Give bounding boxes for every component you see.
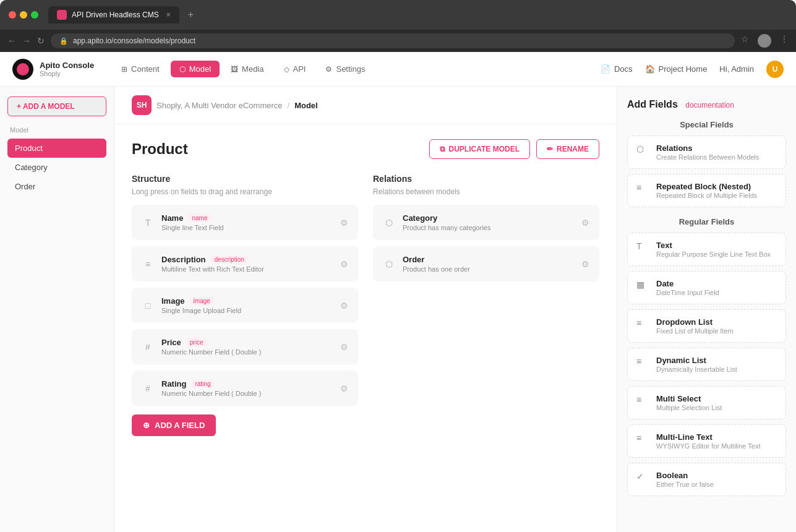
project-home-link[interactable]: 🏠 Project Home	[645, 64, 708, 74]
regular-fields-title: Regular Fields	[627, 217, 786, 226]
nav-tab-api[interactable]: ◇ API	[275, 61, 315, 77]
field-desc: Single Image Upload Field	[161, 307, 333, 314]
field-desc: Single line Text Field	[161, 224, 333, 231]
docs-label: Docs	[614, 64, 633, 74]
dynamic-list-option-icon: ≡	[636, 356, 650, 370]
boolean-option-icon: ✓	[636, 471, 650, 485]
relation-settings-icon[interactable]: ⚙	[581, 259, 589, 269]
two-column-layout: Structure Long press on fields to drag a…	[132, 174, 599, 436]
nav-model-label: Model	[189, 64, 211, 74]
forward-button[interactable]: →	[22, 36, 31, 46]
field-settings-icon[interactable]: ⚙	[340, 342, 348, 352]
structure-section: Structure Long press on fields to drag a…	[132, 174, 358, 436]
documentation-link[interactable]: documentation	[685, 101, 734, 109]
field-option-repeated-block[interactable]: ≡ Repeated Block (Nested) Repeated Block…	[627, 174, 786, 207]
user-avatar[interactable]: U	[766, 61, 784, 78]
plus-icon: ⊕	[143, 421, 150, 430]
add-field-button[interactable]: ⊕ ADD A FIELD	[132, 414, 216, 436]
field-option-dropdown[interactable]: ≡ Dropdown List Fixed List of Multiple I…	[627, 309, 786, 343]
nav-tab-model[interactable]: ⬡ Model	[171, 61, 220, 77]
bookmark-icon[interactable]: ☆	[741, 34, 749, 48]
field-info: Price price Numeric Number Field ( Doubl…	[161, 338, 333, 356]
sidebar-item-order[interactable]: Order	[7, 177, 106, 196]
field-option-relations[interactable]: ⬡ Relations Create Relations Between Mod…	[627, 135, 786, 169]
header-right: 📄 Docs 🏠 Project Home Hi, Admin U	[601, 61, 784, 78]
browser-actions: ☆ ⋮	[741, 34, 789, 48]
project-home-label: Project Home	[659, 64, 708, 74]
field-option-dynamic-list[interactable]: ≡ Dynamic List Dynamically Insertable Li…	[627, 348, 786, 381]
multiline-text-option-icon: ≡	[636, 433, 650, 447]
field-settings-icon[interactable]: ⚙	[340, 218, 348, 228]
sidebar-item-product[interactable]: Product	[7, 139, 106, 158]
relation-name: Order	[403, 255, 574, 264]
field-settings-icon[interactable]: ⚙	[340, 384, 348, 393]
relation-settings-icon[interactable]: ⚙	[581, 218, 589, 228]
back-button[interactable]: ←	[7, 36, 16, 46]
field-option-boolean[interactable]: ✓ Boolean Either True or false	[627, 463, 786, 496]
relation-icon: ⬡	[383, 218, 395, 228]
model-actions: ⧉ DUPLICATE MODEL ✏ RENAME	[429, 139, 599, 159]
breadcrumb-project: Shoply, A Multi Vendor eCommerce	[156, 101, 283, 110]
structure-heading: Structure	[132, 174, 358, 184]
fo-info: Dynamic List Dynamically Insertable List	[656, 356, 737, 373]
field-option-date[interactable]: ▦ Date DateTime Input Field	[627, 271, 786, 304]
logo-area: Apito Console Shoply	[12, 59, 94, 80]
special-fields-title: Special Fields	[627, 120, 786, 129]
ssl-lock-icon: 🔒	[59, 37, 68, 45]
fo-desc: Create Relations Between Models	[656, 153, 759, 161]
sidebar-section-label: Model	[7, 126, 106, 134]
right-panel: Add Fields documentation Special Fields …	[617, 87, 796, 532]
field-tag: description	[211, 255, 248, 264]
fo-desc: WYSIWYG Editor for Multiline Text	[656, 442, 761, 450]
nav-tab-media[interactable]: 🖼 Media	[222, 61, 272, 77]
field-desc: Multiline Text with Rich Text Editor	[161, 265, 333, 273]
fo-desc: Repeated Block of Multiple Fields	[656, 192, 757, 199]
fo-info: Text Regular Purpose Single Line Text Bo…	[656, 241, 771, 258]
nav-settings-label: Settings	[336, 64, 365, 74]
new-tab-button[interactable]: +	[188, 9, 194, 20]
fo-desc: Fixed List of Multiple Item	[656, 327, 734, 335]
field-settings-icon[interactable]: ⚙	[340, 301, 348, 311]
nav-tab-settings[interactable]: ⚙ Settings	[317, 61, 374, 77]
field-option-text[interactable]: T Text Regular Purpose Single Line Text …	[627, 233, 786, 266]
model-title-row: Product ⧉ DUPLICATE MODEL ✏ RENAME	[132, 139, 599, 159]
panel-title: Add Fields	[627, 99, 678, 109]
fo-name: Text	[656, 241, 771, 250]
sidebar-item-category[interactable]: Category	[7, 158, 106, 177]
fo-name: Multi Select	[656, 394, 722, 403]
field-settings-icon[interactable]: ⚙	[340, 259, 348, 269]
duplicate-model-button[interactable]: ⧉ DUPLICATE MODEL	[429, 139, 530, 159]
relation-desc: Product has one order	[403, 265, 574, 273]
field-price: # Price price Numeric Number Field ( Dou…	[132, 329, 358, 364]
relation-info: Order Product has one order	[403, 255, 574, 273]
fullscreen-traffic-light[interactable]	[31, 11, 38, 19]
field-option-multi-select[interactable]: ≡ Multi Select Multiple Selection List	[627, 386, 786, 419]
traffic-lights	[9, 11, 38, 19]
active-browser-tab[interactable]: API Driven Headless CMS ×	[48, 6, 179, 24]
refresh-button[interactable]: ↻	[37, 36, 45, 46]
fo-name: Date	[656, 279, 719, 288]
multi-select-option-icon: ≡	[636, 395, 650, 408]
relation-info: Category Product has many categories	[403, 213, 574, 231]
field-desc: Numeric Number Field ( Double )	[161, 390, 333, 397]
relation-name: Category	[403, 213, 574, 223]
relation-order: ⬡ Order Product has one order ⚙	[373, 246, 599, 281]
home-icon: 🏠	[645, 64, 655, 74]
close-traffic-light[interactable]	[9, 11, 16, 19]
address-bar[interactable]: 🔒 app.apito.io/consosle/models/product	[51, 33, 735, 48]
field-option-multiline-text[interactable]: ≡ Multi-Line Text WYSIWYG Editor for Mul…	[627, 424, 786, 458]
field-name-label: Price price	[161, 338, 333, 347]
docs-link[interactable]: 📄 Docs	[601, 64, 633, 74]
field-info: Description description Multiline Text w…	[161, 255, 333, 273]
tab-close-button[interactable]: ×	[166, 11, 171, 19]
field-tag: image	[190, 297, 214, 305]
rename-model-button[interactable]: ✏ RENAME	[536, 139, 599, 159]
text-option-icon: T	[636, 241, 650, 255]
nav-tab-content[interactable]: ⊞ Content	[113, 61, 168, 77]
browser-user-icon[interactable]	[758, 34, 771, 48]
field-name: T Name name Single line Text Field ⚙	[132, 205, 358, 240]
add-model-button[interactable]: + ADD A MODEL	[7, 97, 106, 116]
minimize-traffic-light[interactable]	[20, 11, 27, 19]
relations-heading: Relations	[373, 174, 599, 184]
browser-menu-icon[interactable]: ⋮	[780, 34, 789, 48]
